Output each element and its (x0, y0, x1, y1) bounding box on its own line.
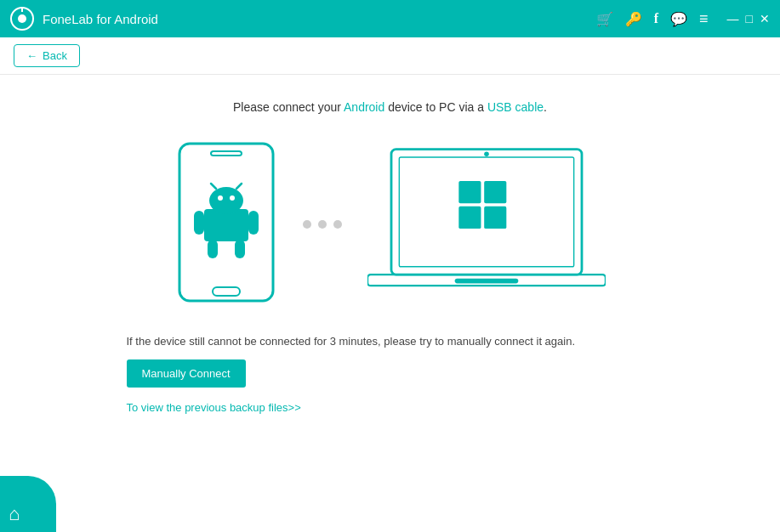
warning-text: If the device still cannot be connected … (127, 335, 688, 348)
svg-rect-4 (211, 151, 242, 156)
close-button[interactable]: ✕ (760, 12, 770, 25)
svg-rect-5 (213, 287, 240, 296)
svg-rect-19 (458, 181, 481, 203)
dot-1 (303, 220, 311, 229)
bottom-section: If the device still cannot be connected … (93, 335, 688, 414)
app-title: FoneLab for Android (43, 12, 158, 26)
svg-rect-24 (454, 278, 518, 283)
svg-line-10 (211, 184, 216, 189)
svg-rect-21 (458, 207, 481, 229)
manually-connect-button[interactable]: Manually Connect (127, 359, 246, 388)
key-icon[interactable]: 🔑 (625, 11, 642, 27)
instruction-text: Please connect your Android device to PC… (233, 100, 547, 114)
svg-line-11 (236, 184, 242, 189)
android-highlight: Android (344, 100, 384, 114)
app-logo-icon (10, 7, 34, 31)
minimize-button[interactable]: — (727, 12, 739, 25)
svg-point-18 (484, 151, 489, 156)
usb-highlight: USB cable (487, 100, 544, 114)
facebook-icon[interactable]: f (654, 11, 658, 26)
connection-dots (303, 220, 342, 229)
menu-icon[interactable]: ≡ (699, 10, 709, 28)
dot-3 (333, 220, 342, 229)
cart-icon[interactable]: 🛒 (596, 11, 613, 27)
svg-point-9 (230, 195, 235, 201)
svg-rect-13 (248, 211, 259, 235)
window-controls: — □ ✕ (727, 12, 770, 25)
illustration (175, 139, 606, 309)
toolbar: ← Back (0, 37, 780, 75)
svg-rect-14 (208, 240, 218, 258)
titlebar-right: 🛒 🔑 f 💬 ≡ — □ ✕ (596, 10, 770, 28)
svg-point-8 (218, 195, 223, 201)
back-button[interactable]: ← Back (14, 44, 80, 67)
home-icon: ⌂ (9, 503, 20, 525)
phone-illustration (175, 139, 277, 309)
svg-rect-12 (194, 211, 204, 235)
svg-point-7 (209, 187, 243, 214)
back-arrow-icon: ← (26, 49, 37, 62)
dot-2 (318, 220, 327, 229)
main-content: Please connect your Android device to PC… (0, 75, 780, 414)
svg-point-1 (18, 14, 26, 23)
view-backup-link[interactable]: To view the previous backup files>> (127, 401, 688, 414)
home-button[interactable]: ⌂ (0, 476, 56, 532)
chat-icon[interactable]: 💬 (670, 11, 687, 27)
titlebar-left: FoneLab for Android (10, 7, 158, 31)
maximize-button[interactable]: □ (746, 12, 753, 25)
laptop-illustration (367, 145, 606, 304)
svg-rect-20 (484, 181, 506, 203)
svg-rect-15 (235, 240, 245, 258)
titlebar: FoneLab for Android 🛒 🔑 f 💬 ≡ — □ ✕ (0, 0, 780, 37)
back-label: Back (43, 49, 67, 62)
svg-rect-22 (484, 207, 506, 229)
